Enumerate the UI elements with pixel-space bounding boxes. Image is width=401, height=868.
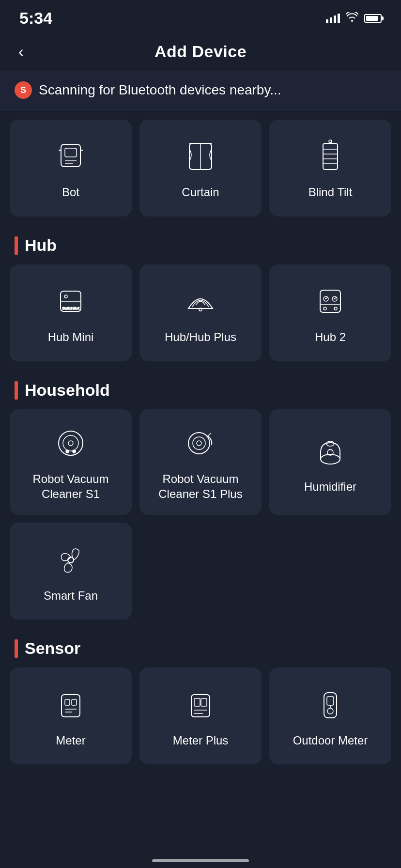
hub-section-indicator xyxy=(15,236,18,255)
status-time: 5:34 xyxy=(19,9,52,28)
svg-rect-0 xyxy=(61,144,80,167)
svg-point-34 xyxy=(197,441,201,446)
svg-rect-9 xyxy=(323,143,338,170)
hub-mini-label: Hub Mini xyxy=(48,329,94,344)
hub-mini-icon: SwitchBot xyxy=(51,282,90,321)
scanning-text: Scanning for Bluetooth devices nearby... xyxy=(39,82,281,98)
hub-grid: SwitchBot Hub Mini Hub/Hub Plus xyxy=(10,264,391,366)
meter-icon xyxy=(51,685,90,724)
sensor-section-header: Sensor xyxy=(10,624,391,667)
device-card-hub-plus[interactable]: Hub/Hub Plus xyxy=(139,264,262,361)
device-card-robot-vacuum-s1-plus[interactable]: Robot Vacuum Cleaner S1 Plus xyxy=(139,409,262,515)
meter-plus-label: Meter Plus xyxy=(173,733,229,748)
bot-icon xyxy=(51,137,90,176)
curtain-label: Curtain xyxy=(182,185,219,200)
scanning-banner: S Scanning for Bluetooth devices nearby.… xyxy=(0,71,401,110)
smart-fan-label: Smart Fan xyxy=(44,588,98,603)
svg-point-26 xyxy=(334,307,337,310)
status-icons xyxy=(326,12,382,25)
device-card-curtain[interactable]: Curtain xyxy=(139,120,262,217)
svg-point-31 xyxy=(73,450,76,453)
wifi-icon xyxy=(346,12,358,25)
household-grid: Robot Vacuum Cleaner S1 Robot Vacuum Cle… xyxy=(10,409,391,624)
device-card-robot-vacuum-s1[interactable]: Robot Vacuum Cleaner S1 xyxy=(10,409,132,515)
hub-section-header: Hub xyxy=(10,221,391,264)
page-header: ‹ Add Device xyxy=(0,32,401,71)
device-card-blind-tilt[interactable]: Blind Tilt xyxy=(269,120,391,217)
svg-rect-40 xyxy=(62,695,80,717)
svg-point-33 xyxy=(193,437,205,450)
page-title: Add Device xyxy=(154,42,247,61)
bot-label: Bot xyxy=(62,185,79,200)
humidifier-icon xyxy=(311,432,350,470)
svg-point-28 xyxy=(63,435,78,451)
hub-2-label: Hub 2 xyxy=(315,329,346,344)
home-indicator xyxy=(152,859,249,862)
blind-tilt-label: Blind Tilt xyxy=(308,185,353,200)
robot-vacuum-s1-plus-label: Robot Vacuum Cleaner S1 Plus xyxy=(147,471,254,501)
svg-rect-21 xyxy=(320,290,340,312)
robot-vacuum-s1-icon xyxy=(51,424,90,463)
svg-point-30 xyxy=(66,450,69,453)
hub-section-title: Hub xyxy=(25,236,57,255)
smart-fan-icon xyxy=(51,541,90,579)
blind-tilt-icon xyxy=(311,137,350,176)
device-card-bot[interactable]: Bot xyxy=(10,120,132,217)
signal-icon xyxy=(326,14,340,23)
robot-vacuum-s1-plus-icon xyxy=(181,424,220,463)
svg-line-35 xyxy=(208,433,211,436)
hub-plus-label: Hub/Hub Plus xyxy=(165,329,236,344)
device-card-smart-fan[interactable]: Smart Fan xyxy=(10,523,132,620)
svg-point-25 xyxy=(324,307,326,310)
hub-plus-icon xyxy=(181,282,220,321)
scanning-icon: S xyxy=(15,81,32,99)
sensor-section-title: Sensor xyxy=(25,639,80,658)
bot-grid: Bot Curtain xyxy=(10,120,391,221)
device-card-meter-plus[interactable]: Meter Plus xyxy=(139,667,262,764)
device-card-outdoor-meter[interactable]: Outdoor Meter xyxy=(269,667,391,764)
robot-vacuum-s1-label: Robot Vacuum Cleaner S1 xyxy=(17,471,124,501)
device-card-hub-mini[interactable]: SwitchBot Hub Mini xyxy=(10,264,132,361)
svg-rect-42 xyxy=(72,699,77,705)
device-card-meter[interactable]: Meter xyxy=(10,667,132,764)
svg-point-29 xyxy=(68,441,73,446)
household-section-header: Household xyxy=(10,366,391,409)
sensor-grid: Meter Meter Plus xyxy=(10,667,391,769)
meter-plus-icon xyxy=(181,685,220,724)
svg-rect-46 xyxy=(194,698,200,706)
svg-point-52 xyxy=(327,708,333,714)
svg-point-32 xyxy=(188,433,210,454)
svg-point-36 xyxy=(321,454,340,464)
status-bar: 5:34 xyxy=(0,0,401,32)
content-area: Bot Curtain xyxy=(0,120,401,789)
back-button[interactable]: ‹ xyxy=(15,39,28,64)
battery-icon xyxy=(364,14,382,23)
svg-point-37 xyxy=(326,441,334,446)
outdoor-meter-icon xyxy=(311,685,350,724)
svg-rect-41 xyxy=(65,699,70,705)
svg-point-17 xyxy=(64,295,67,298)
humidifier-label: Humidifier xyxy=(304,479,356,494)
svg-rect-51 xyxy=(327,697,334,705)
hub-2-icon xyxy=(311,282,350,321)
svg-rect-1 xyxy=(65,148,77,157)
household-section-indicator xyxy=(15,381,18,400)
device-card-humidifier[interactable]: Humidifier xyxy=(269,409,391,515)
svg-text:SwitchBot: SwitchBot xyxy=(62,306,79,310)
device-card-hub-2[interactable]: Hub 2 xyxy=(269,264,391,361)
svg-rect-47 xyxy=(201,698,207,706)
curtain-icon xyxy=(181,137,220,176)
svg-point-27 xyxy=(59,431,83,455)
outdoor-meter-label: Outdoor Meter xyxy=(293,733,368,748)
meter-label: Meter xyxy=(56,733,85,748)
sensor-section-indicator xyxy=(15,639,18,658)
household-section-title: Household xyxy=(25,381,110,400)
